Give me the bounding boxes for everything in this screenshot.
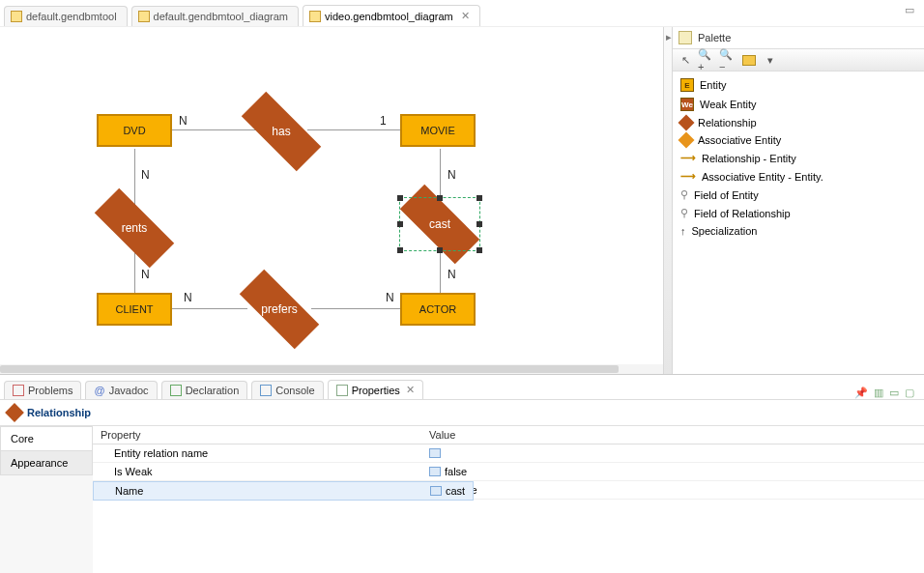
edge: [311, 308, 400, 309]
tab-label: default.gendbmtool: [26, 11, 117, 22]
relationship-prefers[interactable]: prefers: [249, 292, 309, 327]
side-tab-appearance[interactable]: Appearance: [0, 450, 93, 475]
pin-icon[interactable]: 📌: [854, 387, 868, 399]
cardinality: N: [448, 268, 456, 281]
editor-tabbar: default.gendbmtool default.gendbmtool_di…: [0, 0, 924, 27]
property-row[interactable]: Entity relation name: [93, 444, 924, 463]
palette-item-associative-entity-entity[interactable]: ⟶Associative Entity - Entity.: [673, 167, 924, 186]
cardinality: N: [141, 268, 150, 281]
cardinality: N: [386, 291, 394, 304]
selection-marquee: [399, 197, 480, 251]
palette-item-relationship-entity[interactable]: ⟶Relationship - Entity: [673, 149, 924, 167]
cardinality: N: [184, 291, 192, 304]
close-icon[interactable]: ✕: [406, 384, 415, 396]
tab-javadoc[interactable]: @Javadoc: [85, 381, 157, 399]
value-icon: [430, 486, 442, 496]
file-icon: [309, 11, 321, 22]
cardinality: N: [179, 114, 188, 128]
cardinality: N: [141, 168, 150, 182]
view-menu-icon[interactable]: ▥: [874, 387, 883, 399]
side-tab-core[interactable]: Core: [0, 426, 93, 451]
entity-dvd[interactable]: DVD: [97, 114, 172, 147]
editor-tab[interactable]: default.gendbmtool: [4, 6, 128, 26]
palette-header: Palette: [673, 27, 924, 48]
edge: [134, 149, 135, 211]
bottom-tabbar: Problems @Javadoc Declaration Console Pr…: [0, 375, 924, 400]
tab-properties[interactable]: Properties✕: [328, 380, 423, 399]
properties-view: Relationship Core Appearance Property Va…: [0, 400, 924, 573]
value-icon: [429, 448, 441, 458]
edge: [172, 308, 247, 309]
palette-item-specialization[interactable]: ↑Specialization: [673, 222, 924, 240]
minimize-icon[interactable]: ▭: [889, 387, 899, 399]
relationship-icon: [5, 403, 24, 422]
property-row[interactable]: Is Weak false: [93, 463, 924, 481]
property-row-selected[interactable]: Name cast: [93, 481, 474, 501]
tab-label: video.gendbmtool_diagram: [325, 11, 453, 22]
properties-table: Property Value Entity relation name Is W…: [93, 426, 924, 573]
relationship-has[interactable]: has: [251, 114, 311, 149]
entity-actor[interactable]: ACTOR: [400, 293, 476, 326]
editor-tab-active[interactable]: video.gendbmtool_diagram ✕: [303, 5, 480, 26]
maximize-icon[interactable]: ▢: [905, 387, 914, 399]
palette-icon: [679, 31, 692, 44]
diagram-canvas[interactable]: DVD MOVIE CLIENT ACTOR has rents cast pr…: [0, 27, 663, 374]
h-scrollbar[interactable]: [0, 364, 663, 374]
entity-client[interactable]: CLIENT: [97, 293, 172, 326]
select-tool-icon[interactable]: ↖: [677, 51, 694, 69]
properties-header-row: Property Value: [93, 426, 924, 444]
properties-heading: Relationship: [0, 400, 924, 425]
palette-item-weak-entity[interactable]: WeWeak Entity: [673, 95, 924, 114]
palette-item-field-of-relationship[interactable]: ⚲Field of Relationship: [673, 204, 924, 222]
tab-declaration[interactable]: Declaration: [161, 381, 248, 399]
palette-list: EEntity WeWeak Entity Relationship Assoc…: [673, 72, 924, 244]
edge: [307, 129, 400, 130]
properties-side-tabs: Core Appearance: [0, 426, 93, 573]
editor-tab[interactable]: default.gendbmtool_diagram: [131, 6, 299, 26]
palette-collapse[interactable]: ▸: [663, 27, 673, 374]
restore-icon[interactable]: ▭: [895, 0, 924, 20]
palette-toolbar: ↖ 🔍+ 🔍− ▾: [673, 48, 924, 72]
value-icon: [429, 467, 441, 476]
editor-area: DVD MOVIE CLIENT ACTOR has rents cast pr…: [0, 27, 924, 375]
dropdown-icon[interactable]: ▾: [762, 51, 779, 69]
cardinality: 1: [380, 114, 387, 128]
tab-label: default.gendbmtool_diagram: [154, 11, 288, 22]
palette-item-associative-entity[interactable]: Associative Entity: [673, 131, 924, 149]
palette: Palette ↖ 🔍+ 🔍− ▾ EEntity WeWeak Entity …: [673, 27, 924, 374]
folder-icon[interactable]: [740, 51, 758, 69]
palette-title: Palette: [698, 32, 731, 43]
entity-movie[interactable]: MOVIE: [400, 114, 476, 147]
relationship-rents[interactable]: rents: [104, 211, 164, 245]
palette-item-relationship[interactable]: Relationship: [673, 114, 924, 131]
tab-console[interactable]: Console: [251, 381, 323, 399]
cardinality: N: [448, 168, 456, 182]
close-icon[interactable]: ✕: [461, 10, 470, 22]
palette-item-entity[interactable]: EEntity: [673, 75, 924, 95]
tab-problems[interactable]: Problems: [4, 381, 81, 399]
file-icon: [138, 11, 150, 22]
file-icon: [11, 11, 22, 22]
col-property: Property: [93, 426, 421, 444]
view-toolbar: 📌 ▥ ▭ ▢: [854, 387, 924, 399]
zoom-out-icon[interactable]: 🔍−: [719, 51, 736, 69]
col-value: Value: [421, 426, 924, 444]
zoom-in-icon[interactable]: 🔍+: [698, 51, 715, 69]
palette-item-field-of-entity[interactable]: ⚲Field of Entity: [673, 186, 924, 204]
